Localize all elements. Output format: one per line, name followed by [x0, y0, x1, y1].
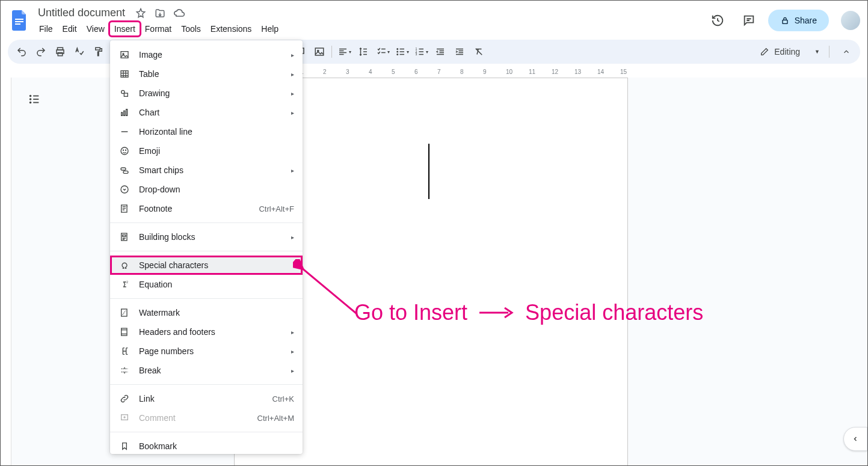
menu-item-watermark[interactable]: Watermark	[110, 303, 303, 322]
hr-icon	[119, 127, 131, 136]
footnote-icon: 1	[119, 204, 131, 213]
explore-button[interactable]	[843, 427, 867, 451]
align-button[interactable]: ▾	[335, 43, 353, 60]
numbered-list-button[interactable]: 123▾	[412, 43, 430, 60]
menu-item-smart-chips[interactable]: Smart chips▸	[110, 161, 303, 180]
ruler-tick: 12	[552, 67, 558, 75]
svg-point-12	[397, 49, 398, 50]
collapse-toolbar-button[interactable]	[837, 43, 855, 60]
menu-item-label: Equation	[139, 280, 294, 289]
comments-icon[interactable]	[737, 8, 761, 32]
svg-rect-21	[121, 52, 128, 58]
paint-format-button[interactable]	[90, 43, 108, 60]
share-button[interactable]: Share	[768, 10, 829, 31]
menu-item-bookmark[interactable]: Bookmark	[110, 437, 303, 454]
chevron-right-icon: ▸	[291, 348, 294, 355]
share-label: Share	[795, 16, 817, 25]
chevron-right-icon: ▸	[291, 71, 294, 78]
undo-button[interactable]	[13, 43, 31, 60]
ruler-tick: 9	[483, 67, 487, 75]
menu-help[interactable]: Help	[256, 22, 283, 36]
svg-point-30	[123, 150, 123, 150]
svg-rect-38	[123, 235, 126, 237]
menu-item-image[interactable]: Image▸	[110, 45, 303, 64]
menu-item-label: Chart	[139, 108, 291, 117]
insert-menu-dropdown: Image▸Table▸Drawing▸Chart▸Horizontal lin…	[110, 40, 303, 454]
star-icon[interactable]	[134, 6, 148, 20]
menu-format[interactable]: Format	[140, 22, 176, 36]
menu-item-chart[interactable]: Chart▸	[110, 103, 303, 122]
chevron-right-icon: ▸	[291, 234, 294, 241]
ruler-tick: 3	[346, 67, 349, 75]
ruler-tick: 14	[597, 67, 604, 75]
menu-item-label: Building blocks	[139, 232, 291, 242]
menu-edit[interactable]: Edit	[58, 22, 82, 36]
menu-item-label: Smart chips	[139, 165, 291, 175]
pagenum-icon	[119, 346, 131, 356]
cloud-status-icon[interactable]	[172, 6, 186, 20]
menu-shortcut: Ctrl+Alt+F	[259, 204, 294, 213]
menu-insert[interactable]: Insert	[109, 22, 140, 36]
menu-item-drop-down[interactable]: Drop-down	[110, 180, 303, 199]
svg-text:1: 1	[126, 204, 128, 207]
outline-button[interactable]	[23, 88, 45, 110]
svg-rect-40	[122, 309, 127, 316]
menu-item-table[interactable]: Table▸	[110, 64, 303, 84]
move-icon[interactable]	[153, 6, 167, 20]
indent-decrease-button[interactable]	[431, 43, 449, 60]
menubar: File Edit View Insert Format Tools Exten…	[34, 22, 706, 36]
chevron-down-icon: ▼	[814, 49, 820, 55]
svg-rect-41	[122, 328, 127, 336]
menu-file[interactable]: File	[34, 22, 58, 36]
docs-logo[interactable]	[8, 8, 32, 32]
pencil-icon	[760, 47, 769, 57]
history-icon[interactable]	[706, 8, 730, 32]
ruler-tick: 6	[414, 67, 418, 75]
menu-item-horizontal-line[interactable]: Horizontal line	[110, 122, 303, 141]
menu-view[interactable]: View	[82, 22, 109, 36]
checklist-button[interactable]: ▾	[374, 43, 392, 60]
menu-extensions[interactable]: Extensions	[206, 22, 256, 36]
text-cursor	[428, 144, 429, 199]
menu-item-link[interactable]: LinkCtrl+K	[110, 389, 303, 408]
spellcheck-button[interactable]	[70, 43, 88, 60]
menu-item-break[interactable]: Break▸	[110, 361, 303, 380]
insert-image-button[interactable]	[310, 43, 328, 60]
menu-item-label: Drop-down	[139, 185, 294, 194]
menu-item-page-numbers[interactable]: Page numbers▸	[110, 342, 303, 361]
svg-text:3: 3	[415, 52, 417, 56]
ruler-tick: 13	[574, 67, 581, 75]
svg-rect-23	[121, 71, 128, 78]
menu-item-label: Drawing	[139, 88, 291, 98]
menu-item-equation[interactable]: 2Equation	[110, 275, 303, 294]
menu-item-label: Comment	[139, 413, 257, 423]
chips-icon	[119, 165, 131, 175]
menu-item-headers-and-footers[interactable]: Headers and footers▸	[110, 322, 303, 342]
vertical-ruler[interactable]	[1, 78, 11, 465]
menu-item-building-blocks[interactable]: Building blocks▸	[110, 227, 303, 247]
svg-point-34	[121, 186, 128, 193]
menu-item-emoji[interactable]: Emoji	[110, 141, 303, 161]
clear-format-button[interactable]	[470, 43, 488, 60]
svg-point-31	[125, 150, 126, 150]
svg-rect-7	[96, 48, 100, 50]
drawing-icon	[119, 88, 131, 98]
indent-increase-button[interactable]	[451, 43, 469, 60]
svg-rect-0	[15, 19, 23, 20]
redo-button[interactable]	[32, 43, 50, 60]
image-icon	[119, 50, 131, 60]
menu-tools[interactable]: Tools	[176, 22, 206, 36]
menu-item-special-characters[interactable]: Special characters	[110, 256, 303, 275]
editing-mode-button[interactable]: Editing ▼	[754, 44, 826, 59]
menu-item-footnote[interactable]: 1FootnoteCtrl+Alt+F	[110, 199, 303, 218]
bullet-list-button[interactable]: ▾	[393, 43, 411, 60]
menu-item-drawing[interactable]: Drawing▸	[110, 84, 303, 103]
menu-item-label: Link	[139, 394, 272, 403]
print-button[interactable]	[51, 43, 69, 60]
svg-point-19	[30, 99, 31, 100]
ruler-tick: 7	[437, 67, 441, 75]
document-title[interactable]: Untitled document	[34, 5, 129, 20]
chevron-right-icon: ▸	[291, 52, 294, 58]
avatar[interactable]	[841, 11, 860, 30]
line-spacing-button[interactable]	[354, 43, 372, 60]
